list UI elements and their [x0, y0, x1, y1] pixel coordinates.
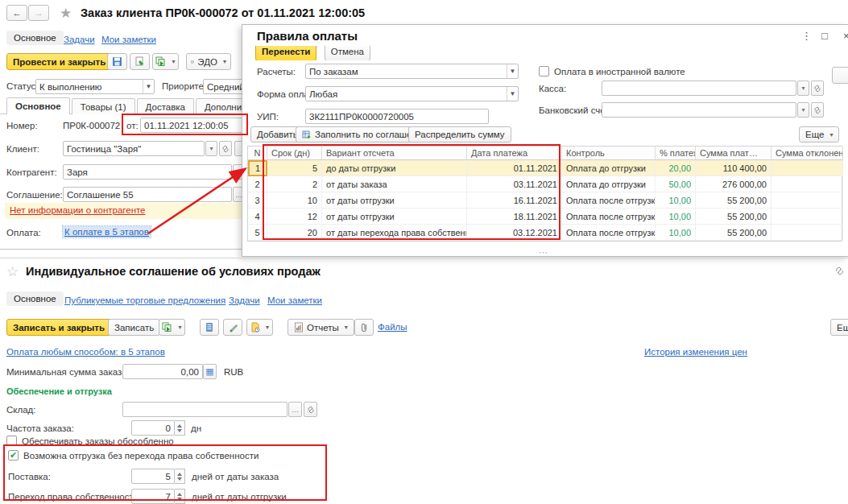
col-date[interactable]: Дата платежа [467, 147, 562, 160]
cell-deviation [771, 160, 843, 176]
ownership-transfer-input[interactable]: 7 [131, 489, 175, 504]
table-row[interactable]: 2 2 от даты заказа 03.11.2021 Оплата до … [248, 176, 842, 192]
warehouse-choose-button[interactable]: … [288, 402, 302, 417]
reports-button[interactable]: Отчеты ▾ [287, 319, 354, 336]
agreement-input[interactable]: Соглашение 55 [63, 187, 232, 202]
delivery-input[interactable]: 5 [131, 469, 175, 484]
tab-delivery[interactable]: Доставка [137, 98, 194, 114]
chevron-down-icon[interactable]: ▼ [507, 87, 518, 101]
ellipsis-icon: … [292, 406, 299, 414]
cashbox-input[interactable] [602, 81, 796, 96]
forward-button[interactable]: → [28, 5, 49, 21]
cell-percent: 10,00 [656, 225, 696, 241]
nav2-tasks[interactable]: Задачи [229, 295, 260, 305]
get-link-icon[interactable] [834, 266, 845, 276]
counterparty-input[interactable]: Заря [63, 164, 232, 180]
table-row[interactable]: 5 20 от даты перехода права собственност… [248, 225, 842, 241]
order-window-bottom-edge [0, 249, 243, 250]
nav2-notes[interactable]: Мои заметки [267, 295, 322, 305]
nav2-main[interactable]: Основное [6, 291, 64, 306]
structure-button[interactable] [200, 319, 219, 336]
nav-tasks[interactable]: Задачи [64, 35, 95, 44]
tab-goods[interactable]: Товары (1) [72, 98, 135, 114]
min-sum-value: 0,00 [181, 367, 199, 377]
files-link[interactable]: Файлы [378, 322, 407, 332]
nav-notes[interactable]: Мои заметки [101, 35, 156, 44]
cashbox-open-link-button[interactable] [811, 81, 824, 96]
back-button[interactable]: ← [6, 5, 27, 21]
cell-deviation [771, 176, 843, 192]
table-row[interactable]: 3 10 от даты отгрузки 16.11.2021 Оплата … [248, 192, 842, 209]
create-based-on-button[interactable]: ▾ [152, 53, 179, 70]
client-open-link-button[interactable] [219, 141, 232, 156]
cell-deviation [771, 225, 843, 241]
col-amount[interactable]: Сумма плат… [696, 147, 771, 160]
back-icon: ← [12, 8, 22, 18]
spin-down-icon [177, 498, 182, 501]
payment-method-link[interactable]: Оплата любым способом: в 5 этапов [6, 347, 165, 357]
more-vert-icon[interactable]: ⋮ [801, 30, 812, 42]
bank-account-dropdown-button[interactable]: ▾ [797, 102, 809, 118]
separate-orders-checkbox[interactable] [6, 436, 17, 446]
dialog-corner-button[interactable] [832, 67, 848, 84]
table-row[interactable]: 4 12 от даты отгрузки 18.11.2021 Оплата … [248, 209, 842, 225]
close-icon[interactable]: × [843, 30, 848, 42]
edo-button[interactable]: ЭДО ▾ [186, 53, 231, 70]
paperclip-icon [359, 322, 369, 333]
foreign-currency-checkbox[interactable] [539, 66, 549, 76]
save-button2[interactable]: Записать [108, 319, 160, 336]
tab-main[interactable]: Основное [6, 97, 70, 114]
status-select[interactable]: К выполнению ▼ [35, 79, 155, 94]
save-button[interactable] [107, 53, 127, 70]
ownership-transfer-stepper[interactable] [175, 489, 185, 504]
col-days[interactable]: Срок (дн) [267, 147, 322, 160]
col-variant[interactable]: Вариант отсчета [322, 147, 467, 160]
payment-form-select[interactable]: Любая ▼ [305, 86, 519, 101]
distribute-sum-button[interactable]: Распределить сумму [408, 126, 511, 143]
warehouse-open-link-button[interactable] [304, 402, 317, 417]
save-and-close-button[interactable]: Записать и закрыть [6, 319, 111, 336]
col-deviation[interactable]: Сумма отклонения [771, 147, 843, 160]
payment-stages-link[interactable]: К оплате в 5 этапов [63, 226, 151, 238]
post-button[interactable] [130, 53, 150, 70]
maximize-icon[interactable]: □ [821, 30, 828, 42]
price-history-link[interactable]: История изменения цен [644, 347, 747, 357]
more-button2[interactable]: Еще [830, 319, 848, 336]
cancel-button[interactable]: Отмена [325, 46, 370, 60]
client-dropdown-button[interactable]: ▾ [205, 141, 217, 156]
client-input[interactable]: Гостиница "Заря" [63, 141, 205, 156]
col-n[interactable]: N [248, 147, 267, 160]
attach-button[interactable] [354, 319, 374, 336]
post-and-close-button[interactable]: Провести и закрыть [6, 53, 112, 70]
shipment-without-transfer-checkbox[interactable]: ✔ [8, 450, 19, 461]
chevron-down-icon[interactable]: ▼ [507, 64, 518, 78]
counterparty-warning-link[interactable]: Нет информации о контрагенте [10, 205, 146, 215]
spin-up-icon [177, 493, 182, 496]
favorite-star-outline-icon[interactable]: ☆ [6, 263, 19, 280]
bank-account-input[interactable] [602, 102, 796, 118]
bank-account-open-link-button[interactable] [811, 102, 824, 118]
delivery-stepper[interactable] [175, 469, 185, 484]
col-percent[interactable]: % платежа [656, 147, 696, 160]
nav2-offers[interactable]: Публикуемые торговые предложения [64, 295, 225, 305]
min-sum-input[interactable]: 0,00 [122, 364, 203, 379]
resize-grip-icon[interactable]: ⋯ [539, 247, 549, 258]
uip-input[interactable]: 3К2111ПР0К0000720005 [305, 109, 489, 124]
create-based-on-button2[interactable]: ▾ [159, 319, 185, 336]
settlements-select[interactable]: По заказам ▼ [305, 64, 519, 79]
favorite-star-icon[interactable]: ★ [60, 5, 72, 22]
nav-main[interactable]: Основное [6, 31, 64, 45]
order-frequency-input[interactable]: 0 [131, 420, 175, 436]
transfer-button[interactable]: Перенести [255, 46, 316, 60]
calculator-button[interactable]: ▦ [203, 364, 217, 379]
dialog-more-button[interactable]: Еще ▾ [799, 126, 839, 143]
table-row[interactable]: 1 5 до даты отгрузки 01.11.2021 Оплата д… [248, 160, 842, 176]
edit-button[interactable] [223, 319, 242, 336]
cashbox-dropdown-button[interactable]: ▾ [797, 81, 809, 96]
chevron-down-icon[interactable]: ▼ [143, 80, 154, 93]
warehouse-input[interactable] [122, 402, 287, 417]
order-frequency-stepper[interactable] [175, 420, 185, 436]
file-actions-button[interactable]: ▾ [246, 319, 273, 336]
date-input[interactable]: 01.11.2021 12:00:05 [140, 118, 243, 133]
col-control[interactable]: Контроль [562, 147, 656, 160]
